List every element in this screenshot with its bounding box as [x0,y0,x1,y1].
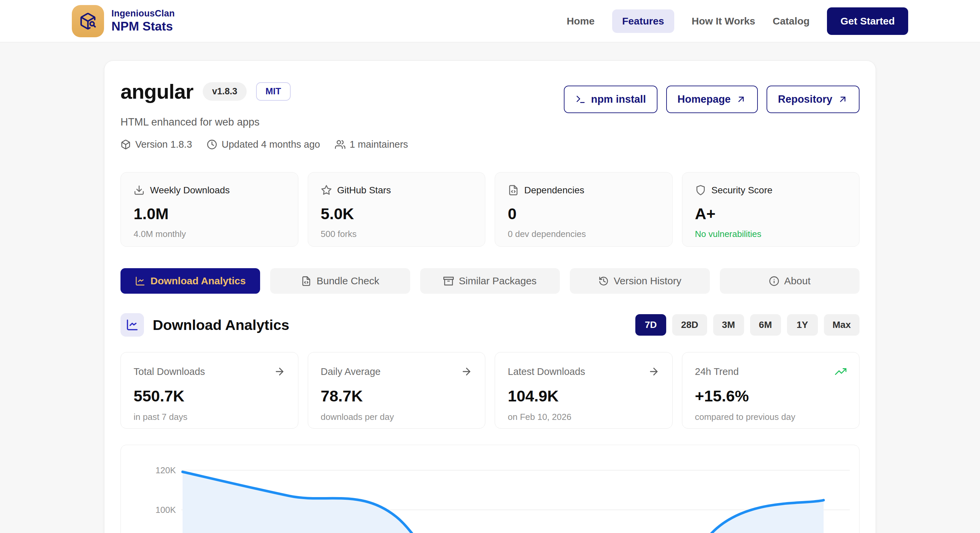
users-icon [335,139,345,150]
tab-version-history[interactable]: Version History [570,268,710,294]
security-score-card: Security Score A+ No vulnerabilities [682,172,860,247]
metric-sub: downloads per day [321,412,473,422]
stat-value: 0 [508,204,660,223]
trending-up-icon [835,366,846,377]
analytics-metrics-grid: Total Downloads 550.7K in past 7 days Da… [121,352,859,429]
external-link-icon [736,94,746,105]
stat-label: Security Score [711,185,773,196]
no-vulnerabilities-text: No vulnerabilities [695,229,847,239]
stat-sub: 0 dev dependencies [508,229,660,239]
arrow-right-icon [648,366,660,377]
stat-label: Weekly Downloads [150,185,230,196]
latest-downloads-card[interactable]: Latest Downloads 104.9K on Feb 10, 2026 [495,352,673,429]
chart-line-icon [121,313,144,337]
metric-label: 24h Trend [695,366,739,377]
clock-icon [207,139,217,150]
download-icon [134,185,145,196]
stat-value: A+ [695,204,847,223]
maintainers-meta-text: 1 maintainers [350,139,408,150]
tab-bundle-check[interactable]: Bundle Check [270,268,410,294]
version-meta-text: Version 1.8.3 [135,139,192,150]
stat-sub: 500 forks [321,229,473,239]
metric-sub: on Feb 10, 2026 [508,412,660,422]
info-icon [769,276,779,286]
weekly-downloads-card: Weekly Downloads 1.0M 4.0M monthly [121,172,298,247]
package-icon [121,139,131,150]
svg-text:100K: 100K [155,505,176,515]
package-title-row: angular v1.8.3 MIT [121,80,408,103]
brand-product: NPM Stats [111,19,175,33]
package-meta-row: Version 1.8.3 Updated 4 months ago 1 mai… [121,139,408,150]
range-28d-button[interactable]: 28D [672,314,707,336]
range-max-button[interactable]: Max [824,314,859,336]
stat-value: 5.0K [321,204,473,223]
file-code-icon [301,276,312,286]
metric-label: Total Downloads [134,366,205,377]
archive-icon [443,276,454,286]
metric-value: 78.7K [321,387,473,405]
arrow-right-icon [274,366,285,377]
stat-value: 1.0M [134,204,285,223]
version-badge: v1.8.3 [203,82,247,101]
history-icon [598,276,609,286]
terminal-icon [575,94,586,105]
chart-line-icon [135,276,145,286]
nav-link-home[interactable]: Home [566,16,594,27]
package-detail-card: angular v1.8.3 MIT HTML enhanced for web… [104,60,876,533]
metric-value: +15.6% [695,387,847,405]
package-tabs: Download Analytics Bundle Check Similar … [121,268,859,294]
tab-label: Bundle Check [317,275,379,286]
updated-meta: Updated 4 months ago [207,139,320,150]
dependencies-card: Dependencies 0 0 dev dependencies [495,172,673,247]
daily-average-card[interactable]: Daily Average 78.7K downloads per day [308,352,486,429]
homepage-label: Homepage [678,93,731,105]
downloads-chart-card: 120K100K80K [121,445,859,533]
metric-label: Latest Downloads [508,366,585,377]
updated-meta-text: Updated 4 months ago [221,139,320,150]
package-search-logo-icon [72,5,104,37]
package-actions: npm install Homepage Repository [564,86,859,113]
nav-link-features[interactable]: Features [612,10,674,33]
stat-sub: 4.0M monthly [134,229,285,239]
repository-button[interactable]: Repository [767,86,859,113]
homepage-button[interactable]: Homepage [666,86,758,113]
range-1y-button[interactable]: 1Y [787,314,818,336]
metric-value: 104.9K [508,387,660,405]
repository-label: Repository [778,93,832,105]
brand[interactable]: IngeniousClan NPM Stats [72,5,175,37]
chart-y-axis-labels: 120K100K80K [155,465,176,533]
tab-similar-packages[interactable]: Similar Packages [420,268,560,294]
range-3m-button[interactable]: 3M [713,314,744,336]
tab-label: About [784,275,810,286]
get-started-button[interactable]: Get Started [827,7,908,35]
package-name: angular [121,80,193,103]
package-header: angular v1.8.3 MIT HTML enhanced for web… [121,80,859,150]
license-badge: MIT [256,82,291,101]
analytics-section-header: Download Analytics 7D 28D 3M 6M 1Y Max [121,313,859,337]
nav-link-catalog[interactable]: Catalog [773,16,810,27]
metric-value: 550.7K [134,387,285,405]
tab-label: Version History [614,275,682,286]
tab-label: Similar Packages [459,275,537,286]
svg-text:120K: 120K [155,465,176,475]
top-nav: IngeniousClan NPM Stats Home Features Ho… [0,0,980,42]
file-code-icon [508,185,519,196]
npm-install-button[interactable]: npm install [564,86,657,113]
tab-download-analytics[interactable]: Download Analytics [121,268,260,294]
analytics-title: Download Analytics [153,317,289,333]
total-downloads-card[interactable]: Total Downloads 550.7K in past 7 days [121,352,298,429]
metric-sub: compared to previous day [695,412,847,422]
npm-install-label: npm install [591,93,646,105]
tab-about[interactable]: About [720,268,859,294]
range-6m-button[interactable]: 6M [750,314,781,336]
range-7d-button[interactable]: 7D [635,314,666,336]
time-range-selector: 7D 28D 3M 6M 1Y Max [635,314,859,336]
chart-area-fill [183,472,824,533]
tab-label: Download Analytics [150,275,246,286]
brand-company: IngeniousClan [111,8,175,19]
downloads-area-chart[interactable]: 120K100K80K [121,445,859,533]
nav-link-how-it-works[interactable]: How It Works [692,16,755,27]
trend-24h-card[interactable]: 24h Trend +15.6% compared to previous da… [682,352,860,429]
brand-text: IngeniousClan NPM Stats [111,8,175,33]
stats-grid: Weekly Downloads 1.0M 4.0M monthly GitHu… [121,172,859,247]
